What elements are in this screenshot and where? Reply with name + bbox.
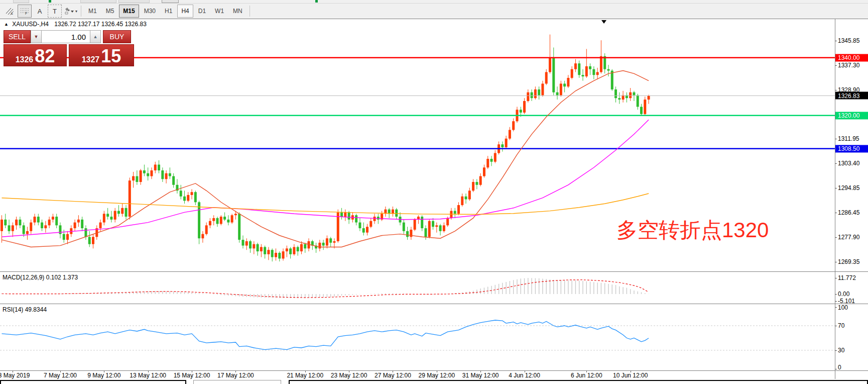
macd-tick — [835, 278, 837, 278]
volume-input[interactable] — [42, 30, 90, 43]
toolbar-separator — [250, 6, 250, 17]
buy-button[interactable]: BUY — [103, 30, 131, 43]
price-tick-label: 1269.35 — [838, 258, 859, 265]
rsi-tick-label: 0 — [838, 364, 841, 371]
strip-indicator-icon — [49, 0, 51, 3]
time-axis-label: 4 Jun 12:00 — [509, 372, 540, 379]
price-tick — [835, 213, 837, 213]
macd-label: MACD(12,26,9) 0.102 1.373 — [3, 274, 78, 281]
time-axis-label: 23 May 12:00 — [331, 372, 367, 379]
time-axis-label: 21 May 12:00 — [287, 372, 323, 379]
chart-annotation-text: 多空转折点1320 — [616, 220, 769, 241]
macd-tick-label: 0.00 — [838, 291, 849, 298]
price-tick — [835, 262, 837, 262]
time-axis-label: 15 May 12:00 — [174, 372, 210, 379]
price-tick-label: 1345.85 — [838, 37, 859, 44]
macd-tick — [835, 301, 837, 302]
buy-price-display[interactable]: 1327 15 — [69, 44, 134, 66]
chart-toolbar: EFAT▾M1M5M15M30H1H4D1W1MN — [0, 4, 868, 19]
rsi-tick-label: 100 — [838, 304, 848, 311]
rsi-tick — [835, 307, 837, 308]
one-click-trading-panel: SELL ▼ ▲ BUY 1326 82 1327 15 — [4, 30, 134, 66]
price-tick-label: 1311.95 — [838, 135, 859, 142]
timeframe-m5-button[interactable]: M5 — [102, 5, 118, 18]
time-axis-label: 31 May 12:00 — [462, 372, 499, 379]
timeframe-mn-button[interactable]: MN — [229, 5, 246, 18]
price-tick — [835, 188, 837, 188]
rsi-label: RSI(14) 49.8344 — [3, 306, 47, 313]
volume-decrease-button[interactable]: ▼ — [31, 30, 42, 43]
rsi-tick-label: 70 — [838, 322, 844, 329]
price-tick-label: 1294.85 — [838, 184, 859, 191]
time-axis-label: 13 May 12:00 — [130, 372, 166, 379]
buy-price-pips: 15 — [101, 48, 121, 64]
macd-indicator-pane[interactable] — [0, 272, 835, 304]
macd-tick — [835, 294, 837, 295]
price-tick — [835, 237, 837, 238]
price-tick — [835, 139, 837, 139]
macd-tick-label: -5.101 — [838, 298, 855, 305]
sell-price-pips: 82 — [35, 48, 55, 64]
timeframe-m15-button[interactable]: M15 — [119, 5, 139, 18]
strip-button — [13, 0, 29, 3]
timeframe-m1-button[interactable]: M1 — [84, 5, 101, 18]
price-tick-label: 1286.45 — [838, 209, 859, 216]
pivot-line-badge: 1320.00 — [835, 112, 868, 119]
time-axis-label: 6 Jun 12:00 — [571, 372, 602, 379]
buy-price-handle: 1327 — [82, 55, 100, 64]
sell-price-display[interactable]: 1326 82 — [4, 44, 67, 66]
time-axis-label: 9 May 12:00 — [87, 372, 120, 379]
resistance-line-badge: 1340.00 — [835, 54, 868, 61]
symbol-header: ▲ XAUUSD-,H4 1326.72 1327.17 1326.45 132… — [4, 21, 147, 28]
price-tick-label: 1337.30 — [838, 62, 859, 69]
text-tool[interactable]: T — [48, 5, 62, 18]
price-tick-label: 1303.40 — [838, 160, 859, 167]
svg-text:E: E — [11, 12, 13, 15]
equidistant-channel-tool-icon[interactable]: E — [3, 5, 17, 18]
current-price-line-badge: 1326.83 — [835, 92, 868, 100]
symbol-ohlc-values: 1326.72 1327.17 1326.45 1326.83 — [54, 21, 147, 28]
support-line-badge: 1308.50 — [835, 145, 868, 152]
toolbar-separator — [81, 6, 81, 17]
strip-button — [80, 0, 116, 3]
rsi-tick-label: 30 — [838, 347, 844, 354]
price-tick — [835, 163, 837, 164]
price-tick — [835, 41, 837, 41]
time-axis-label: 3 May 2019 — [0, 372, 30, 379]
bottom-tab[interactable] — [193, 380, 281, 384]
top-toolbar-strip — [0, 0, 868, 4]
price-tick-label: 1277.90 — [838, 234, 859, 241]
strip-button — [118, 0, 150, 3]
rsi-tick — [835, 326, 837, 326]
price-tick — [835, 65, 837, 66]
time-axis-label: 10 Jun 12:00 — [613, 372, 648, 379]
sell-price-handle: 1326 — [16, 55, 34, 64]
macd-tick-label: 11.772 — [838, 274, 856, 281]
strip-button — [162, 0, 179, 3]
price-tick — [835, 90, 837, 90]
timeframe-m30-button[interactable]: M30 — [140, 5, 160, 18]
chart-shift-marker-icon[interactable] — [601, 20, 606, 24]
bottom-tab[interactable] — [289, 380, 868, 384]
time-axis-label: 17 May 12:00 — [217, 372, 254, 379]
rsi-tick — [835, 369, 837, 369]
shapes-tool-icon[interactable]: ▾ — [63, 5, 78, 18]
fibonacci-tool-icon[interactable]: F — [18, 5, 32, 18]
rsi-indicator-pane[interactable] — [0, 304, 835, 370]
timeframe-w1-button[interactable]: W1 — [211, 5, 228, 18]
timeframe-h4-button[interactable]: H4 — [177, 5, 193, 18]
arrow-label-tool[interactable]: A — [33, 5, 47, 18]
svg-text:F: F — [25, 12, 27, 15]
volume-increase-button[interactable]: ▲ — [90, 30, 101, 43]
strip-indicator-icon — [315, 0, 318, 3]
timeframe-d1-button[interactable]: D1 — [194, 5, 210, 18]
symbol-title: XAUUSD-,H4 — [12, 21, 49, 28]
bottom-tab[interactable] — [0, 380, 186, 384]
timeframe-h1-button[interactable]: H1 — [161, 5, 176, 18]
time-axis-label: 7 May 12:00 — [44, 372, 77, 379]
sell-button[interactable]: SELL — [4, 30, 31, 43]
time-axis-label: 27 May 12:00 — [375, 372, 411, 379]
collapse-marker-icon[interactable]: ▲ — [4, 22, 9, 27]
time-axis-label: 29 May 12:00 — [418, 372, 455, 379]
rsi-tick — [835, 350, 837, 351]
